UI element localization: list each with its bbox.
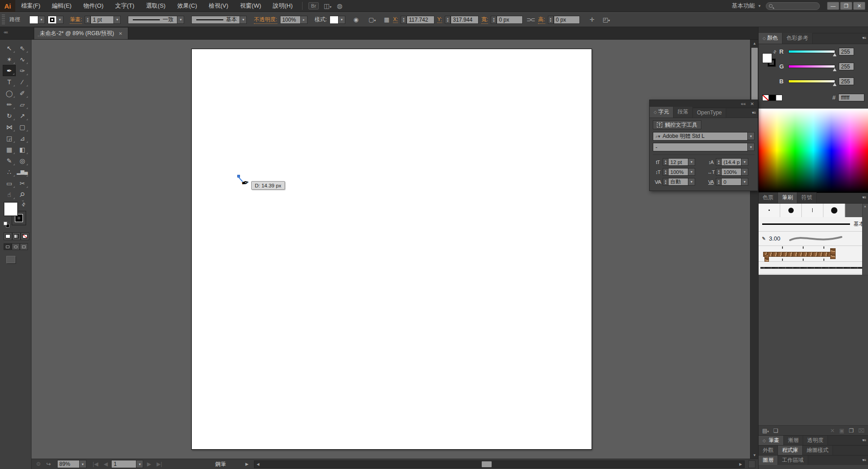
- y-value[interactable]: 317.944: [451, 16, 479, 24]
- pen-tool[interactable]: ✒: [3, 65, 16, 76]
- rotate-tool[interactable]: ↻: [3, 110, 16, 121]
- artboard-navigation[interactable]: 1 ▼: [111, 460, 143, 468]
- kerning-control[interactable]: V∕A ▲▼ 自動 ▼: [653, 178, 701, 186]
- menu-item-6[interactable]: 檢視(V): [203, 0, 234, 12]
- draw-behind-button[interactable]: [12, 243, 20, 250]
- opacity-value[interactable]: 100%: [280, 16, 301, 24]
- search-input[interactable]: [766, 2, 820, 10]
- tab-transparency[interactable]: 透明度: [803, 436, 828, 445]
- scroll-up-icon[interactable]: ▲: [750, 40, 759, 47]
- font-style-dropdown-icon[interactable]: ▼: [748, 143, 755, 151]
- tab-opentype[interactable]: OpenType: [693, 108, 726, 118]
- canvas[interactable]: ✒ D: 14.39 px: [32, 40, 750, 459]
- scale-tool[interactable]: ↗: [16, 110, 29, 121]
- tracking-stepper[interactable]: ▲▼: [716, 178, 722, 186]
- scroll-right-icon[interactable]: ▶: [737, 462, 744, 466]
- stroke-weight-value[interactable]: 1 pt: [90, 16, 114, 24]
- leading-stepper[interactable]: ▲▼: [716, 158, 722, 166]
- width-tool[interactable]: ⋈: [3, 121, 16, 132]
- width-field-label[interactable]: 寬:: [481, 16, 488, 24]
- tab-color[interactable]: ◇顏色: [759, 33, 782, 44]
- arrange-documents-icon[interactable]: ◫▾: [324, 2, 331, 9]
- tab-gradient[interactable]: 漸層: [784, 436, 803, 445]
- pencil-tool[interactable]: ✏: [3, 99, 16, 110]
- artboard-dropdown-icon[interactable]: ▼: [136, 460, 143, 468]
- color-fill-stroke-proxy[interactable]: ⇄: [762, 50, 778, 68]
- menu-item-3[interactable]: 文字(T): [109, 0, 140, 12]
- font-size-dropdown-icon[interactable]: ▼: [688, 158, 695, 166]
- selection-tool[interactable]: ↖: [3, 42, 16, 54]
- panel-close-icon[interactable]: ✕: [750, 101, 754, 106]
- color-spectrum[interactable]: [759, 108, 868, 193]
- none-swatch[interactable]: [762, 95, 769, 101]
- gradient-button[interactable]: [12, 232, 21, 240]
- color-panel-menu-icon[interactable]: ▾≡: [862, 36, 866, 40]
- workspace-switcher[interactable]: 基本功能▼: [727, 2, 766, 10]
- new-brush-icon[interactable]: ❐: [849, 428, 854, 434]
- brush-definition-dropdown-icon[interactable]: ▼: [240, 16, 247, 24]
- menu-item-1[interactable]: 編輯(E): [46, 0, 77, 12]
- libraries-panel-icon[interactable]: ❏: [773, 428, 778, 434]
- eraser-tool[interactable]: ▱: [16, 99, 29, 110]
- color-button[interactable]: [4, 232, 12, 240]
- symbol-sprayer-tool[interactable]: ∴: [3, 166, 16, 178]
- prev-artboard-icon[interactable]: ◀: [104, 461, 108, 467]
- draw-inside-button[interactable]: [20, 243, 28, 250]
- style-control[interactable]: ▼: [330, 16, 345, 24]
- mesh-tool[interactable]: ▦: [3, 144, 16, 155]
- zoom-value[interactable]: 89%: [57, 460, 80, 468]
- height-value[interactable]: 0 px: [554, 16, 580, 24]
- magic-wand-tool[interactable]: ✶: [3, 54, 16, 65]
- font-family-dropdown-icon[interactable]: ▼: [748, 132, 755, 140]
- black-swatch[interactable]: [769, 95, 776, 101]
- fill-stroke-widget[interactable]: ⇄: [4, 202, 28, 230]
- pattern-brush-item[interactable]: [759, 246, 868, 262]
- leading-control[interactable]: ↕A ▲▼ (14.4 p ▼: [706, 158, 755, 166]
- cs-live-icon[interactable]: ◍: [337, 2, 342, 9]
- stroke-color-control[interactable]: ▼: [48, 16, 63, 24]
- brush-item[interactable]: [823, 204, 845, 217]
- style-swatch[interactable]: [330, 16, 339, 24]
- horizontal-scale-control[interactable]: ↔T ▲▼ 100% ▼: [706, 168, 755, 176]
- dock-header[interactable]: [759, 27, 868, 33]
- scroll-left-icon[interactable]: ◀: [254, 462, 262, 466]
- menu-item-5[interactable]: 效果(C): [172, 0, 203, 12]
- tab-graphic-styles[interactable]: 繪圖樣式: [803, 446, 833, 455]
- artboard[interactable]: [191, 49, 592, 450]
- restore-button[interactable]: ❐: [840, 2, 852, 10]
- b-value[interactable]: 255: [839, 77, 854, 85]
- draw-normal-button[interactable]: [4, 243, 12, 250]
- paintbrush-tool[interactable]: ✐: [16, 87, 29, 99]
- tab-character[interactable]: ◇字元: [650, 107, 674, 118]
- bridge-button[interactable]: Br: [308, 2, 319, 9]
- menu-item-4[interactable]: 選取(S): [140, 0, 171, 12]
- minimize-button[interactable]: —: [827, 2, 839, 10]
- fill-proxy[interactable]: [4, 202, 18, 216]
- fill-dropdown-icon[interactable]: ▼: [38, 16, 45, 24]
- width-profile-control[interactable]: 一致 ▼: [128, 16, 184, 24]
- stroke-weight-stepper[interactable]: ▲▼: [85, 16, 90, 24]
- tab-layers[interactable]: 圖層: [759, 455, 778, 465]
- horizontal-scale-dropdown-icon[interactable]: ▼: [741, 168, 748, 176]
- style-dropdown-icon[interactable]: ▼: [339, 16, 345, 24]
- charcoal-brush-item[interactable]: [759, 262, 868, 274]
- width-value[interactable]: 0 px: [497, 16, 523, 24]
- calligraphic-3pt-item[interactable]: ✒ 3.00: [759, 232, 868, 246]
- stroke-weight-dropdown-icon[interactable]: ▼: [114, 16, 121, 24]
- document-close-icon[interactable]: ✕: [119, 31, 122, 36]
- fill-swatch[interactable]: [29, 16, 38, 24]
- font-family-control[interactable]: ⌕▾ Adobe 明體 Std L ▼: [653, 132, 755, 141]
- tab-stroke[interactable]: ◇筆畫: [759, 436, 784, 445]
- x-value[interactable]: 117.742: [407, 16, 434, 24]
- stroke-panel-menu-icon[interactable]: ▾≡: [862, 438, 866, 442]
- toolbar-grip[interactable]: [38, 35, 54, 37]
- direct-selection-tool[interactable]: ⇖: [16, 42, 29, 54]
- hex-value[interactable]: ffffff: [838, 94, 864, 101]
- last-artboard-icon[interactable]: ▶|: [157, 461, 162, 467]
- layers-panel-menu-icon[interactable]: ▾≡: [862, 458, 866, 462]
- swap-fill-stroke-icon[interactable]: ⇄: [20, 201, 27, 208]
- brushes-panel-menu-icon[interactable]: ▾≡: [862, 195, 866, 200]
- menu-item-0[interactable]: 檔案(F): [15, 0, 46, 12]
- font-style-control[interactable]: - ▼: [653, 143, 755, 151]
- close-button[interactable]: ✕: [853, 2, 865, 10]
